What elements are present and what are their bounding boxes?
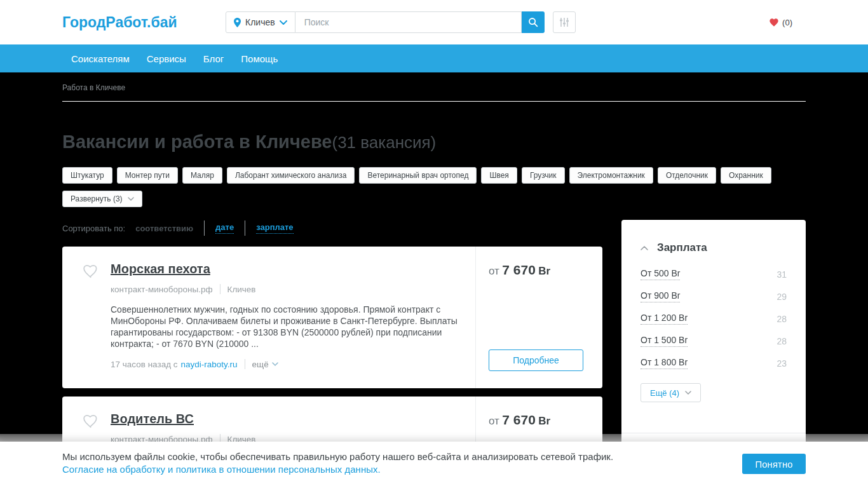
- sliders-icon: [559, 17, 569, 27]
- salary-filter-count: 23: [776, 358, 787, 369]
- chip-profession[interactable]: Ветеринарный врач ортопед: [359, 167, 477, 184]
- salary-filter-row: От 1 500 Br 28: [641, 330, 787, 352]
- nav-item-blog[interactable]: Блог: [203, 53, 224, 64]
- meta-separator: [245, 359, 245, 369]
- job-title-link[interactable]: Водитель ВС: [111, 412, 194, 426]
- job-posted-time: 17 часов назад с: [111, 360, 178, 369]
- salary-filter-count: 28: [776, 314, 787, 324]
- chip-profession[interactable]: Швея: [481, 167, 517, 184]
- job-salary: от 7 670 Br: [489, 262, 550, 278]
- chip-profession[interactable]: Маляр: [182, 167, 222, 184]
- job-side-panel: от 7 670 Br Подробнее: [475, 247, 602, 388]
- top-header: ГородРабот.бай Кличев: [0, 0, 868, 44]
- sidebar-divider: [621, 433, 806, 433]
- job-more-label: ещё: [252, 360, 269, 369]
- advanced-filters-button[interactable]: [553, 11, 576, 33]
- salary-currency: Br: [538, 265, 550, 277]
- job-more-toggle[interactable]: ещё: [252, 360, 278, 369]
- favorite-toggle-button[interactable]: [83, 264, 99, 279]
- job-title-link[interactable]: Морская пехота: [111, 262, 210, 276]
- location-pin-icon: [234, 18, 241, 27]
- profession-chips-row: Штукатур Монтер пути Маляр Лаборант хими…: [62, 167, 806, 184]
- job-description: Совершеннолетних мужчин, годных по состо…: [111, 304, 475, 349]
- salary-prefix: от: [489, 265, 499, 277]
- sort-separator: [245, 220, 245, 236]
- chip-profession[interactable]: Монтер пути: [117, 167, 178, 184]
- job-salary: от 7 670 Br: [489, 412, 550, 428]
- breadcrumb: Работа в Кличеве: [62, 72, 806, 92]
- chip-profession[interactable]: Грузчик: [522, 167, 565, 184]
- sort-option-relevance[interactable]: соответствию: [135, 224, 193, 233]
- chip-profession[interactable]: Отделочник: [658, 167, 716, 184]
- cookie-accept-button[interactable]: Понятно: [742, 454, 806, 474]
- chip-profession[interactable]: Охранник: [721, 167, 771, 184]
- heart-icon: [769, 18, 779, 27]
- nav-item-services[interactable]: Сервисы: [147, 53, 186, 64]
- salary-filter-section: Зарплата От 500 Br 31 От 900 Br 29 От 1 …: [621, 220, 806, 402]
- job-source: контракт-минобороны.рф: [111, 285, 213, 294]
- vacancy-count: (31 вакансия): [332, 133, 436, 152]
- expand-chips-row: Развернуть (3): [62, 191, 806, 207]
- city-selector[interactable]: Кличев: [226, 11, 295, 33]
- expand-chips-button[interactable]: Развернуть (3): [62, 191, 142, 207]
- cookie-message: Мы используем файлы cookie, чтобы обеспе…: [62, 451, 806, 463]
- divider-line: [62, 101, 806, 102]
- chevron-down-icon: [128, 197, 134, 201]
- salary-filter-row: От 1 200 Br 28: [641, 308, 787, 330]
- salary-filter-count: 29: [776, 292, 787, 302]
- salary-value: 7 670: [502, 262, 536, 277]
- salary-filter-count: 28: [776, 336, 787, 346]
- salary-filter-list: От 500 Br 31 От 900 Br 29 От 1 200 Br 28: [641, 263, 787, 374]
- expand-chips-label: Развернуть (3): [71, 194, 123, 203]
- meta-separator: [220, 284, 220, 294]
- job-details-button[interactable]: Подробнее: [489, 349, 583, 371]
- job-source-link[interactable]: naydi-raboty.ru: [181, 360, 238, 369]
- page-title-text: Вакансии и работа в Кличеве: [62, 132, 332, 152]
- search-bar: Кличев: [226, 11, 576, 33]
- salary-currency: Br: [538, 415, 550, 427]
- sort-bar: Сортировать по: соответствию дате зарпла…: [62, 220, 602, 236]
- cookie-policy-link[interactable]: Согласие на обработку и политика в отнош…: [62, 463, 381, 476]
- main-navigation: Соискателям Сервисы Блог Помощь: [0, 44, 868, 72]
- chip-profession[interactable]: Штукатур: [62, 167, 112, 184]
- chip-profession[interactable]: Электромонтажник: [569, 167, 653, 184]
- chevron-down-icon: [685, 391, 691, 395]
- site-logo[interactable]: ГородРабот.бай: [62, 14, 177, 31]
- favorites-counter[interactable]: (0): [769, 0, 792, 44]
- salary-filter-link[interactable]: От 1 500 Br: [641, 335, 688, 347]
- favorite-toggle-button[interactable]: [83, 414, 99, 429]
- salary-filter-link[interactable]: От 500 Br: [641, 268, 680, 280]
- search-button[interactable]: [522, 11, 545, 33]
- salary-section-header[interactable]: Зарплата: [641, 220, 787, 254]
- sort-option-salary[interactable]: зарплате: [256, 222, 293, 234]
- salary-filter-link[interactable]: От 1 800 Br: [641, 357, 688, 369]
- search-icon: [528, 17, 538, 27]
- job-card: Морская пехота контракт-минобороны.рф Кл…: [62, 247, 602, 388]
- job-meta: контракт-минобороны.рф Кличев: [111, 284, 464, 294]
- salary-value: 7 670: [502, 412, 536, 427]
- favorites-count: (0): [782, 18, 792, 27]
- nav-item-help[interactable]: Помощь: [241, 53, 278, 64]
- job-footer: 17 часов назад с naydi-raboty.ru ещё: [111, 359, 464, 369]
- sort-option-date[interactable]: дате: [215, 222, 234, 234]
- search-input[interactable]: [295, 11, 522, 33]
- heart-outline-icon: [83, 264, 99, 279]
- nav-item-applicants[interactable]: Соискателям: [71, 53, 130, 64]
- salary-prefix: от: [489, 415, 499, 427]
- salary-section-title: Зарплата: [657, 241, 707, 254]
- cookie-consent-banner: Мы используем файлы cookie, чтобы обеспе…: [0, 442, 868, 488]
- chip-profession[interactable]: Лаборант химического анализа: [227, 167, 355, 184]
- salary-filter-link[interactable]: От 1 200 Br: [641, 313, 688, 325]
- heart-outline-icon: [83, 414, 99, 429]
- sort-label: Сортировать по:: [62, 224, 125, 233]
- salary-filter-link[interactable]: От 900 Br: [641, 290, 680, 302]
- salary-filter-count: 31: [776, 269, 787, 280]
- chevron-down-icon: [280, 20, 287, 25]
- chevron-down-icon: [272, 362, 278, 366]
- salary-more-button[interactable]: Ещё (4): [641, 383, 701, 402]
- city-label: Кличев: [245, 17, 275, 27]
- salary-filter-row: От 900 Br 29: [641, 285, 787, 308]
- page-title: Вакансии и работа в Кличеве(31 вакансия): [62, 131, 806, 153]
- salary-filter-row: От 500 Br 31: [641, 263, 787, 285]
- salary-filter-row: От 1 800 Br 23: [641, 352, 787, 374]
